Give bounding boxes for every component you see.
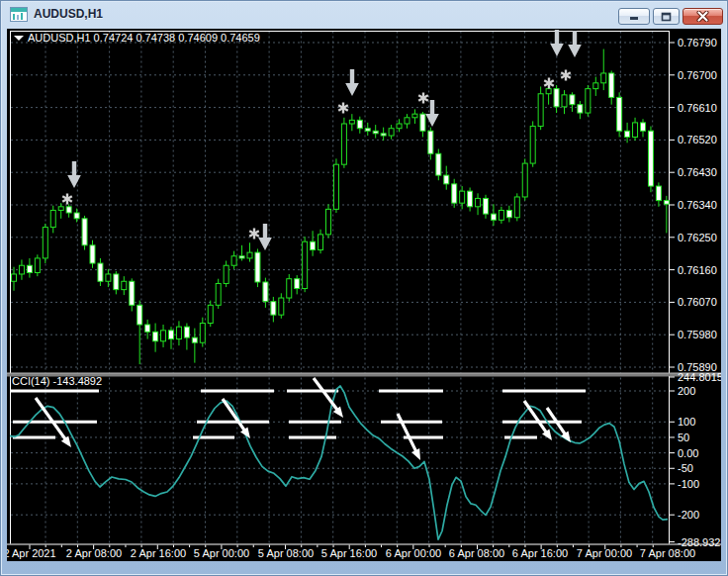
svg-text:-50: -50 bbox=[678, 462, 693, 474]
close-icon bbox=[696, 11, 709, 22]
svg-text:7 Apr 00:00: 7 Apr 00:00 bbox=[577, 547, 632, 559]
svg-text:2 Apr 16:00: 2 Apr 16:00 bbox=[131, 547, 186, 559]
svg-text:0.76250: 0.76250 bbox=[678, 232, 717, 243]
title-bar[interactable]: AUDUSD,H1 bbox=[0, 0, 728, 29]
svg-text:0.76430: 0.76430 bbox=[678, 166, 717, 178]
restore-button[interactable] bbox=[653, 8, 680, 25]
restore-icon bbox=[661, 12, 672, 22]
main-plot-area[interactable] bbox=[11, 32, 669, 373]
svg-text:0.76700: 0.76700 bbox=[678, 69, 717, 81]
svg-text:6 Apr 00:00: 6 Apr 00:00 bbox=[386, 547, 441, 559]
svg-text:0.76340: 0.76340 bbox=[678, 199, 717, 211]
svg-text:2 Apr 2021: 2 Apr 2021 bbox=[7, 547, 56, 559]
svg-text:-100: -100 bbox=[678, 478, 699, 490]
svg-text:0.76070: 0.76070 bbox=[678, 296, 717, 308]
svg-text:0.76520: 0.76520 bbox=[678, 134, 717, 145]
svg-text:-200: -200 bbox=[678, 509, 699, 521]
chart-canvas[interactable]: 0.767900.767000.766100.765200.764300.763… bbox=[7, 29, 721, 561]
svg-text:6 Apr 16:00: 6 Apr 16:00 bbox=[512, 547, 568, 559]
close-button[interactable] bbox=[682, 8, 723, 25]
svg-text:6 Apr 08:00: 6 Apr 08:00 bbox=[449, 547, 504, 559]
minimize-icon bbox=[628, 12, 640, 21]
svg-text:200: 200 bbox=[678, 385, 695, 397]
svg-text:244.8015: 244.8015 bbox=[678, 371, 721, 383]
svg-text:100: 100 bbox=[678, 416, 695, 428]
window-title: AUDUSD,H1 bbox=[34, 7, 103, 21]
indicator-plot-area[interactable] bbox=[11, 377, 669, 544]
svg-text:5 Apr 00:00: 5 Apr 00:00 bbox=[194, 547, 249, 559]
chart-window: 0.767900.767000.766100.765200.764300.763… bbox=[0, 0, 728, 576]
svg-text:7 Apr 08:00: 7 Apr 08:00 bbox=[640, 547, 695, 559]
minimize-button[interactable] bbox=[618, 8, 650, 25]
svg-text:-288.9325: -288.9325 bbox=[678, 536, 721, 548]
svg-text:0.76790: 0.76790 bbox=[678, 37, 717, 48]
svg-text:5 Apr 08:00: 5 Apr 08:00 bbox=[258, 547, 314, 559]
svg-text:0.00: 0.00 bbox=[678, 447, 698, 459]
svg-text:5 Apr 16:00: 5 Apr 16:00 bbox=[321, 547, 377, 559]
svg-text:2 Apr 08:00: 2 Apr 08:00 bbox=[66, 547, 122, 559]
svg-text:0.76160: 0.76160 bbox=[678, 264, 717, 276]
svg-text:50: 50 bbox=[678, 432, 689, 443]
svg-text:0.75980: 0.75980 bbox=[678, 329, 717, 340]
svg-text:0.76610: 0.76610 bbox=[678, 102, 717, 114]
time-axis[interactable]: 2 Apr 20212 Apr 08:002 Apr 16:005 Apr 00… bbox=[7, 545, 695, 560]
chart-window-icon bbox=[10, 7, 28, 22]
pane-divider[interactable] bbox=[7, 373, 721, 377]
